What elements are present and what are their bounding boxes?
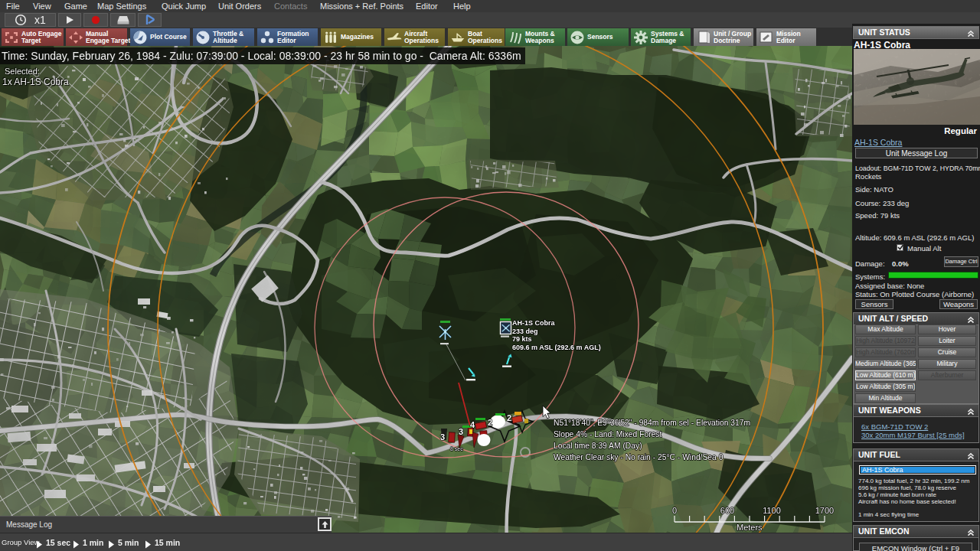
- svg-text:0: 0: [672, 506, 677, 515]
- svg-text:609.6 m ASL (292.6 m AGL): 609.6 m ASL (292.6 m AGL): [512, 344, 601, 351]
- svg-text:2: 2: [488, 418, 492, 427]
- svg-text:3: 3: [440, 432, 445, 442]
- svg-text:1100: 1100: [763, 506, 781, 515]
- svg-text:8 sec: 8 sec: [450, 446, 463, 452]
- svg-text:AH-1S Cobra: AH-1S Cobra: [512, 319, 556, 327]
- svg-text:N51°18'40", E9°36'52" - 984m f: N51°18'40", E9°36'52" - 984m from sel - …: [554, 419, 750, 427]
- svg-text:Slope 4% - Land: Mixed Fores: Slope 4% - Land: Mixed Forest: [554, 430, 662, 439]
- svg-text:2: 2: [507, 413, 511, 422]
- svg-text:233 deg: 233 deg: [512, 328, 538, 335]
- svg-text:Meters: Meters: [737, 523, 763, 532]
- svg-text:600: 600: [720, 506, 734, 515]
- svg-text:79 kts: 79 kts: [512, 335, 532, 343]
- svg-text:4: 4: [470, 420, 475, 429]
- svg-text:1700: 1700: [815, 506, 834, 515]
- svg-text:Weather Clear sky - No rain -: Weather Clear sky - No rain - 25°C - Win…: [554, 453, 724, 461]
- svg-text:Local time 8:39 AM (Day): Local time 8:39 AM (Day): [554, 442, 642, 450]
- svg-text:3: 3: [459, 427, 463, 436]
